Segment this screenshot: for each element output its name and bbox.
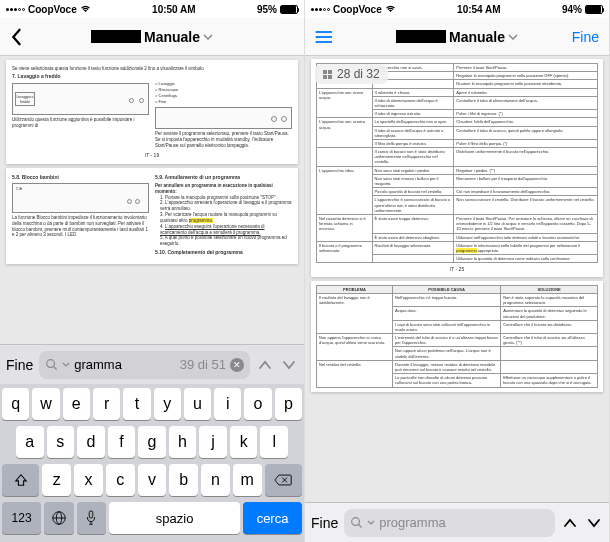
time-label: 10:54 AM xyxy=(457,4,501,15)
document-viewport[interactable]: Se viene selezionata questa funzione il … xyxy=(0,56,304,344)
svg-point-9 xyxy=(316,31,318,33)
left-screenshot: CoopVoce 10:50 AM 95% Manuale Se viene s… xyxy=(0,0,305,542)
find-prev-button[interactable] xyxy=(256,360,274,370)
nav-bar: Manuale Fine xyxy=(305,18,609,56)
backspace-key[interactable] xyxy=(265,464,302,496)
key-row-2: asdfghjkl xyxy=(2,426,302,458)
key-c[interactable]: c xyxy=(106,464,135,496)
svg-point-12 xyxy=(352,518,360,526)
svg-point-0 xyxy=(47,360,55,368)
find-prev-button[interactable] xyxy=(561,518,579,528)
numbers-key[interactable]: 123 xyxy=(2,502,41,534)
carrier-label: CoopVoce xyxy=(333,4,382,15)
troubleshooting-table: PROBLEMAPOSSIBILE CAUSASOLUZIONEIl risul… xyxy=(316,285,598,388)
key-r[interactable]: r xyxy=(93,388,120,420)
key-row-3: zxcvbnm xyxy=(2,464,302,496)
troubleshooting-table: L'apparecchio non si avvia.Premere il ta… xyxy=(316,63,598,263)
key-o[interactable]: o xyxy=(244,388,271,420)
wifi-icon xyxy=(80,5,91,13)
right-screenshot: CoopVoce 10:54 AM 94% Manuale Fine 28 di… xyxy=(305,0,610,542)
key-w[interactable]: w xyxy=(32,388,59,420)
key-d[interactable]: d xyxy=(77,426,105,458)
key-z[interactable]: z xyxy=(42,464,71,496)
key-m[interactable]: m xyxy=(233,464,262,496)
mic-key[interactable] xyxy=(77,502,106,534)
find-next-button[interactable] xyxy=(585,518,603,528)
pdf-page: Se viene selezionata questa funzione il … xyxy=(6,60,298,164)
key-k[interactable]: k xyxy=(230,426,258,458)
key-row-bottom: 123 spazio cerca xyxy=(2,502,302,534)
key-p[interactable]: p xyxy=(275,388,302,420)
search-key[interactable]: cerca xyxy=(243,502,302,534)
chevron-down-icon xyxy=(203,34,213,40)
done-button[interactable]: Fine xyxy=(572,29,599,45)
key-t[interactable]: t xyxy=(123,388,150,420)
redacted-model xyxy=(91,30,141,43)
chevron-down-icon xyxy=(508,34,518,40)
diagram: Lavaggio a freddo xyxy=(12,83,149,115)
space-key[interactable]: spazio xyxy=(109,502,240,534)
svg-rect-5 xyxy=(90,511,94,518)
section-title: 5.9. Annullamento di un programma xyxy=(155,174,292,181)
pdf-page: PROBLEMAPOSSIBILE CAUSASOLUZIONEIl risul… xyxy=(311,281,603,392)
globe-key[interactable] xyxy=(44,502,73,534)
find-bar: Fine gramma 39 di 51 ✕ xyxy=(0,344,304,384)
svg-point-10 xyxy=(316,36,318,38)
signal-icon xyxy=(311,8,330,11)
battery-icon xyxy=(585,5,603,14)
key-j[interactable]: j xyxy=(199,426,227,458)
key-q[interactable]: q xyxy=(2,388,29,420)
time-label: 10:50 AM xyxy=(152,4,196,15)
key-e[interactable]: e xyxy=(63,388,90,420)
grid-icon xyxy=(323,70,332,79)
back-icon[interactable] xyxy=(10,28,22,46)
page-indicator[interactable]: 28 di 32 xyxy=(315,64,388,84)
find-input[interactable]: programma xyxy=(344,509,555,537)
chevron-down-icon[interactable] xyxy=(62,362,70,367)
battery-pct: 94% xyxy=(562,4,582,15)
diagram xyxy=(155,107,292,129)
shift-key[interactable] xyxy=(2,464,39,496)
pdf-page: L'apparecchio non si avvia.Premere il ta… xyxy=(311,59,603,277)
find-count: 39 di 51 xyxy=(180,357,226,372)
signal-icon xyxy=(6,8,25,11)
page-title[interactable]: Manuale xyxy=(91,29,213,45)
diagram: C✻ xyxy=(12,183,149,213)
page-number: IT - 19 xyxy=(12,152,292,159)
key-i[interactable]: i xyxy=(214,388,241,420)
key-s[interactable]: s xyxy=(47,426,75,458)
section-title: 5.8. Blocco bambini xyxy=(12,174,149,181)
find-query-text: programma xyxy=(379,515,549,530)
find-done-button[interactable]: Fine xyxy=(6,357,33,373)
menu-icon[interactable] xyxy=(315,30,333,44)
find-done-button[interactable]: Fine xyxy=(311,515,338,531)
search-highlight: programma. xyxy=(189,218,213,223)
key-g[interactable]: g xyxy=(138,426,166,458)
key-x[interactable]: x xyxy=(74,464,103,496)
key-l[interactable]: l xyxy=(260,426,288,458)
page-number: IT - 25 xyxy=(316,266,598,273)
clear-icon[interactable]: ✕ xyxy=(230,358,244,372)
search-icon xyxy=(350,516,363,529)
nav-bar: Manuale xyxy=(0,18,304,56)
pdf-page: 5.8. Blocco bambini C✻ La funzione Blocc… xyxy=(6,168,298,263)
carrier-label: CoopVoce xyxy=(28,4,77,15)
battery-icon xyxy=(280,5,298,14)
wifi-icon xyxy=(385,5,396,13)
key-b[interactable]: b xyxy=(169,464,198,496)
key-v[interactable]: v xyxy=(138,464,167,496)
key-n[interactable]: n xyxy=(201,464,230,496)
find-input[interactable]: gramma 39 di 51 ✕ xyxy=(39,351,250,379)
status-bar: CoopVoce 10:54 AM 94% xyxy=(305,0,609,18)
page-title[interactable]: Manuale xyxy=(396,29,518,45)
chevron-down-icon[interactable] xyxy=(367,520,375,525)
find-next-button[interactable] xyxy=(280,360,298,370)
svg-point-11 xyxy=(316,41,318,43)
document-viewport[interactable]: 28 di 32 L'apparecchio non si avvia.Prem… xyxy=(305,56,609,502)
key-h[interactable]: h xyxy=(169,426,197,458)
key-a[interactable]: a xyxy=(16,426,44,458)
key-y[interactable]: y xyxy=(154,388,181,420)
key-u[interactable]: u xyxy=(184,388,211,420)
key-f[interactable]: f xyxy=(108,426,136,458)
svg-line-1 xyxy=(54,367,57,370)
